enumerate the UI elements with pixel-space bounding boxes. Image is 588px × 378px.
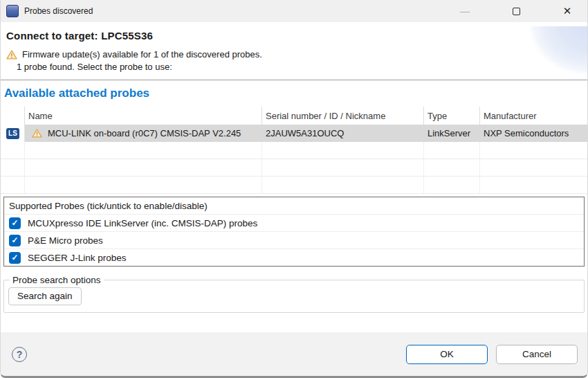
probe-type-value-cell[interactable]: LinkServer	[424, 125, 480, 142]
probe-serial-cell[interactable]: 2JAUW5A31OUCQ	[262, 125, 424, 142]
supported-probes-label: Supported Probes (tick/untick to enable/…	[4, 197, 584, 214]
segger-checkbox-label: SEGGER J-Link probes	[28, 253, 127, 263]
title-bar: Probes discovered — ✕	[1, 0, 587, 22]
column-header-name[interactable]: Name	[25, 107, 262, 125]
pemicro-checkbox[interactable]	[9, 235, 21, 246]
mcuxpresso-app-icon	[6, 5, 19, 17]
ok-button[interactable]: OK	[406, 345, 488, 364]
probes-table: Name Serial number / ID / Nickname Type …	[1, 107, 587, 194]
maximize-icon[interactable]	[500, 0, 532, 22]
dialog-footer: ? OK Cancel	[1, 332, 587, 376]
linkserver-checkbox[interactable]	[9, 217, 21, 229]
column-header-manufacturer[interactable]: Manufacturer	[480, 107, 587, 125]
maximize-glyph	[513, 8, 520, 15]
probe-search-options-legend: Probe search options	[10, 275, 104, 285]
header-icon-column	[1, 107, 25, 125]
linkserver-badge-icon: LS	[6, 128, 19, 139]
probes-discovered-dialog: Probes discovered — ✕ Connect to target:…	[0, 0, 588, 378]
pemicro-checkbox-label: P&E Micro probes	[28, 235, 103, 246]
column-header-serial[interactable]: Serial number / ID / Nickname	[262, 107, 424, 125]
help-icon[interactable]: ?	[12, 347, 27, 362]
linkserver-checkbox-label: MCUXpresso IDE LinkServer (inc. CMSIS-DA…	[28, 218, 257, 228]
probe-manufacturer-cell[interactable]: NXP Semiconductors	[480, 125, 587, 142]
checkbox-row-segger[interactable]: SEGGER J-Link probes	[4, 249, 584, 266]
dialog-header: Connect to target: LPC55S36 Firmware upd…	[1, 22, 587, 80]
table-header-row: Name Serial number / ID / Nickname Type …	[1, 107, 587, 125]
probe-search-options-group: Probe search options Search again	[3, 275, 585, 313]
probe-name-cell[interactable]: MCU-LINK on-board (r0C7) CMSIS-DAP V2.24…	[25, 125, 262, 142]
minimize-icon[interactable]: —	[449, 0, 481, 22]
close-icon[interactable]: ✕	[551, 0, 583, 22]
table-row-probe[interactable]: LS MCU-LINK on-board (r0C7) CMSIS-DAP V2…	[1, 125, 587, 142]
window-controls: — ✕	[430, 0, 587, 22]
probe-type-cell: LS	[1, 125, 25, 142]
search-again-button[interactable]: Search again	[8, 287, 82, 305]
probe-found-status: 1 probe found. Select the probe to use:	[1, 62, 587, 72]
checkbox-row-pemicro[interactable]: P&E Micro probes	[4, 231, 584, 249]
warning-icon	[6, 50, 17, 60]
column-header-type[interactable]: Type	[424, 107, 480, 125]
table-row-empty	[1, 159, 587, 177]
cancel-button[interactable]: Cancel	[496, 345, 578, 364]
window-title: Probes discovered	[24, 6, 93, 16]
checkbox-row-linkserver[interactable]: MCUXpresso IDE LinkServer (inc. CMSIS-DA…	[4, 214, 584, 231]
available-probes-heading: Available attached probes	[1, 80, 587, 100]
probe-warning-icon	[32, 129, 42, 138]
probe-name-text: MCU-LINK on-board (r0C7) CMSIS-DAP V2.24…	[48, 128, 241, 138]
table-row-empty	[1, 142, 587, 159]
supported-probes-group: Supported Probes (tick/untick to enable/…	[3, 197, 585, 267]
connect-target-title: Connect to target: LPC55S36	[1, 22, 587, 42]
firmware-warning-text: Firmware update(s) available for 1 of th…	[22, 49, 262, 60]
segger-checkbox[interactable]	[9, 252, 21, 264]
table-row-empty	[1, 177, 587, 194]
